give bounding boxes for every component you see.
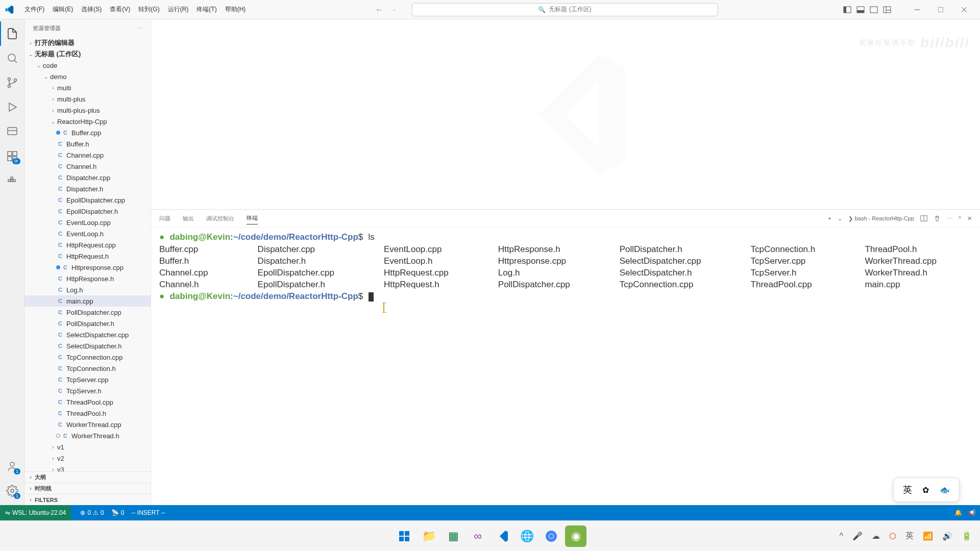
taskbar-chrome[interactable]	[541, 525, 562, 547]
file-item[interactable]: CSelectDispatcher.h	[24, 340, 151, 352]
folder-v2[interactable]: ›v2	[24, 453, 151, 464]
folder-code[interactable]: ⌄code	[24, 60, 151, 71]
panel-tab-output[interactable]: 输出	[183, 213, 194, 224]
tray-battery-icon[interactable]: 🔋	[962, 531, 972, 541]
menu-view[interactable]: 查看(V)	[106, 3, 134, 16]
file-item[interactable]: CEventLoop.cpp	[24, 217, 151, 228]
ime-punct-icon[interactable]: ✿	[922, 485, 929, 495]
activity-remote[interactable]	[0, 119, 24, 144]
status-ports[interactable]: 📡0	[111, 509, 125, 516]
close-button[interactable]	[952, 0, 976, 19]
activity-source-control[interactable]	[0, 70, 24, 95]
taskbar-excel[interactable]: ▦	[443, 525, 464, 547]
layout-customize-icon[interactable]	[881, 4, 893, 16]
file-item[interactable]: CHttpresponse.cpp	[24, 262, 151, 273]
folder-v3[interactable]: ›v3	[24, 464, 151, 471]
activity-docker[interactable]	[0, 168, 24, 193]
activity-extensions[interactable]: ⟳	[0, 144, 24, 168]
file-item[interactable]: CWorkerThread.h	[24, 430, 151, 441]
tray-onedrive-icon[interactable]: ☁	[872, 531, 880, 541]
status-feedback[interactable]: 📢	[968, 509, 976, 516]
tray-chevron-up-icon[interactable]: ^	[839, 532, 843, 541]
terminal-kill-icon[interactable]	[934, 215, 941, 222]
section-filters[interactable]: ›FILTERS	[24, 494, 151, 505]
menu-help[interactable]: 帮助(H)	[221, 3, 250, 16]
section-workspace[interactable]: ⌄无标题 (工作区)	[24, 48, 151, 60]
file-item[interactable]: CDispatcher.cpp	[24, 172, 151, 183]
menu-run[interactable]: 运行(R)	[164, 3, 193, 16]
panel-tab-terminal[interactable]: 终端	[247, 212, 258, 224]
file-item[interactable]: CTcpConnection.h	[24, 363, 151, 374]
tray-ime-icon[interactable]: 英	[905, 531, 914, 541]
activity-settings[interactable]: 1	[0, 479, 24, 503]
terminal-content[interactable]: ● dabing@Kevin:~/code/demo/ReactorHttp-C…	[151, 228, 980, 505]
file-item[interactable]: CThreadPool.h	[24, 408, 151, 419]
terminal-session-label[interactable]: ❯bash - ReactorHttp-Cpp	[848, 215, 914, 222]
file-item[interactable]: CBuffer.cpp	[24, 127, 151, 138]
file-item[interactable]: CBuffer.h	[24, 138, 151, 149]
terminal-more-icon[interactable]: ⋯	[947, 215, 952, 222]
file-item[interactable]: CHttpRequest.cpp	[24, 239, 151, 251]
file-item[interactable]: CHttpRequest.h	[24, 251, 151, 262]
file-item[interactable]: CEpollDispatcher.h	[24, 206, 151, 217]
file-item[interactable]: CWorkerThread.cpp	[24, 419, 151, 430]
terminal-maximize-icon[interactable]: ^	[959, 215, 961, 221]
folder-multi-plus[interactable]: ›multi-plus	[24, 93, 151, 105]
section-timeline[interactable]: ›时间线	[24, 483, 151, 494]
terminal-split-dropdown-icon[interactable]: ⌄	[838, 215, 842, 222]
activity-explorer[interactable]	[0, 21, 24, 46]
menu-file[interactable]: 文件(F)	[20, 3, 48, 16]
tray-volume-icon[interactable]: 🔊	[942, 531, 952, 541]
menu-edit[interactable]: 编辑(E)	[48, 3, 77, 16]
nav-back-button[interactable]: ←	[373, 4, 385, 16]
ime-settings-icon[interactable]: 🐟	[940, 485, 950, 495]
section-open-editors[interactable]: ›打开的编辑器	[24, 37, 151, 48]
terminal-new-button[interactable]: +	[828, 215, 831, 221]
folder-demo[interactable]: ⌄demo	[24, 71, 151, 82]
layout-sidebar-right-icon[interactable]	[868, 4, 880, 16]
command-center-search[interactable]: 🔍 无标题 (工作区)	[412, 3, 718, 16]
file-item[interactable]: CPollDispatcher.cpp	[24, 307, 151, 318]
taskbar-edge[interactable]: 🌐	[516, 525, 537, 547]
file-item[interactable]: CSelectDispatcher.cpp	[24, 329, 151, 340]
folder-multi-plus-plus[interactable]: ›multi-plus-plus	[24, 105, 151, 116]
ime-toolbar[interactable]: 英 ✿ 🐟	[893, 478, 960, 502]
tray-mic-icon[interactable]: 🎤	[852, 531, 863, 541]
activity-run-debug[interactable]	[0, 95, 24, 119]
file-item[interactable]: CPollDispatcher.h	[24, 318, 151, 329]
file-item[interactable]: CTcpServer.cpp	[24, 374, 151, 385]
ime-lang-label[interactable]: 英	[903, 484, 912, 496]
status-notifications[interactable]: 🔔	[954, 509, 962, 516]
tray-security-icon[interactable]: ⬡	[889, 531, 896, 541]
file-item[interactable]: Cmain.cpp	[24, 295, 151, 307]
folder-multi[interactable]: ›multi	[24, 82, 151, 93]
file-item[interactable]: CThreadPool.cpp	[24, 396, 151, 408]
maximize-button[interactable]	[929, 0, 952, 19]
taskbar-start[interactable]	[394, 525, 415, 547]
file-item[interactable]: CTcpConnection.cpp	[24, 352, 151, 363]
taskbar-explorer[interactable]: 📁	[418, 525, 439, 547]
section-outline[interactable]: ›大纲	[24, 471, 151, 483]
terminal-split-icon[interactable]	[920, 215, 927, 222]
taskbar-vscode[interactable]	[492, 525, 513, 547]
file-item[interactable]: CEventLoop.h	[24, 228, 151, 239]
menu-go[interactable]: 转到(G)	[134, 3, 163, 16]
status-problems[interactable]: ⊗0 ⚠0	[80, 509, 104, 516]
activity-search[interactable]	[0, 46, 24, 70]
folder-reactorhttp[interactable]: ⌄ReactorHttp-Cpp	[24, 116, 151, 127]
status-remote[interactable]: ⇋ WSL: Ubuntu-22.04	[0, 505, 71, 520]
file-item[interactable]: CEpollDispatcher.cpp	[24, 194, 151, 206]
tray-wifi-icon[interactable]: 📶	[923, 531, 933, 541]
menu-selection[interactable]: 选择(S)	[77, 3, 106, 16]
taskbar-camtasia[interactable]: ◉	[565, 525, 586, 547]
file-item[interactable]: CDispatcher.h	[24, 183, 151, 194]
panel-tab-problems[interactable]: 问题	[159, 213, 170, 224]
file-item[interactable]: CChannel.h	[24, 161, 151, 172]
file-item[interactable]: CChannel.cpp	[24, 149, 151, 161]
panel-tab-debug[interactable]: 调试控制台	[206, 213, 234, 224]
nav-forward-button[interactable]: →	[387, 4, 400, 16]
taskbar-visualstudio[interactable]: ∞	[467, 525, 488, 547]
layout-sidebar-left-icon[interactable]	[841, 4, 853, 16]
sidebar-more-icon[interactable]: ⋯	[137, 25, 142, 32]
layout-panel-icon[interactable]	[854, 4, 867, 16]
